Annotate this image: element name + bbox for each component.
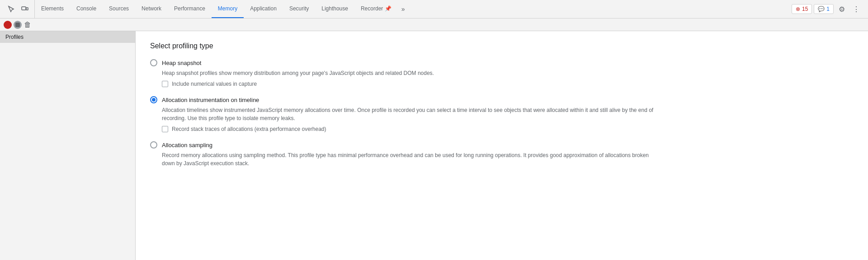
device-toggle-btn[interactable] — [19, 3, 31, 15]
sidebar: Profiles — [0, 31, 136, 260]
allocation-timeline-checkbox-label: Record stack traces of allocations (extr… — [172, 126, 326, 132]
tab-recorder[interactable]: Recorder 📌 — [354, 0, 398, 18]
stop-button[interactable] — [14, 21, 22, 29]
tab-elements[interactable]: Elements — [35, 0, 70, 18]
tab-lighthouse[interactable]: Lighthouse — [315, 0, 354, 18]
tab-security[interactable]: Security — [283, 0, 315, 18]
more-options-button[interactable]: ⋮ — [850, 3, 863, 15]
tab-bar: Elements Console Sources Network Perform… — [35, 0, 788, 18]
stop-icon — [15, 23, 20, 27]
allocation-sampling-label: Allocation sampling — [162, 142, 212, 149]
cursor-icon-btn[interactable] — [5, 3, 17, 15]
cursor-icon — [8, 5, 15, 13]
clear-button[interactable]: 🗑 — [24, 21, 32, 29]
tab-application[interactable]: Application — [244, 0, 283, 18]
settings-button[interactable]: ⚙ — [835, 3, 848, 15]
info-count: 1 — [826, 6, 830, 12]
heap-snapshot-label: Heap snapshot — [162, 60, 201, 66]
main-layout: Profiles Select profiling type Heap snap… — [0, 31, 868, 260]
heap-snapshot-checkbox-row: Include numerical values in capture — [162, 81, 854, 87]
record-button[interactable] — [4, 21, 12, 29]
heap-snapshot-checkbox-label: Include numerical values in capture — [172, 81, 257, 87]
allocation-timeline-label: Allocation instrumentation on timeline — [162, 97, 259, 103]
allocation-timeline-option: Allocation instrumentation on timeline A… — [150, 96, 854, 132]
allocation-timeline-checkbox[interactable] — [162, 126, 168, 132]
allocation-sampling-desc: Record memory allocations using sampling… — [162, 151, 659, 167]
info-icon: 💬 — [818, 6, 825, 12]
heap-snapshot-checkbox[interactable] — [162, 81, 168, 87]
allocation-sampling-option: Allocation sampling Record memory alloca… — [150, 141, 854, 167]
tab-sources[interactable]: Sources — [103, 0, 135, 18]
svg-rect-1 — [26, 8, 28, 10]
allocation-sampling-header: Allocation sampling — [150, 141, 854, 149]
secondary-toolbar: 🗑 — [0, 19, 868, 31]
sidebar-item-profiles[interactable]: Profiles — [0, 31, 135, 43]
error-count: 15 — [802, 6, 808, 12]
more-icon: ⋮ — [853, 5, 860, 14]
radio-selected-indicator — [152, 98, 156, 102]
tab-memory[interactable]: Memory — [212, 0, 244, 18]
allocation-sampling-radio[interactable] — [150, 141, 157, 149]
toolbar-left-icons — [2, 0, 35, 18]
heap-snapshot-header: Heap snapshot — [150, 59, 854, 66]
tab-network[interactable]: Network — [135, 0, 168, 18]
device-icon — [21, 5, 28, 13]
allocation-timeline-radio[interactable] — [150, 96, 157, 103]
error-icon: ⊗ — [796, 6, 800, 12]
main-toolbar: Elements Console Sources Network Perform… — [0, 0, 868, 19]
gear-icon: ⚙ — [839, 5, 845, 14]
svg-rect-0 — [22, 7, 26, 10]
tab-performance[interactable]: Performance — [168, 0, 212, 18]
allocation-timeline-checkbox-row: Record stack traces of allocations (extr… — [162, 126, 854, 132]
tab-console[interactable]: Console — [70, 0, 103, 18]
heap-snapshot-option: Heap snapshot Heap snapshot profiles sho… — [150, 59, 854, 87]
error-badge-btn[interactable]: ⊗ 15 — [792, 4, 812, 14]
section-title: Select profiling type — [150, 42, 854, 50]
toolbar-right: ⊗ 15 💬 1 ⚙ ⋮ — [788, 3, 866, 15]
heap-snapshot-desc: Heap snapshot profiles show memory distr… — [162, 69, 659, 77]
heap-snapshot-radio[interactable] — [150, 59, 157, 66]
trash-icon: 🗑 — [24, 21, 31, 29]
info-badge-btn[interactable]: 💬 1 — [814, 4, 834, 14]
more-tabs-btn[interactable]: » — [398, 0, 409, 18]
allocation-timeline-header: Allocation instrumentation on timeline — [150, 96, 854, 103]
content-area: Select profiling type Heap snapshot Heap… — [136, 31, 868, 260]
allocation-timeline-desc: Allocation timelines show instrumented J… — [162, 106, 659, 122]
